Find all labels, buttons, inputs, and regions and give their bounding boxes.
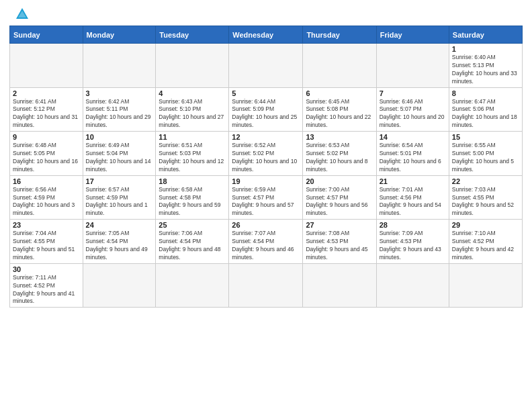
calendar-cell [156,263,229,308]
day-number: 11 [159,133,226,141]
calendar-week-4: 16Sunrise: 6:56 AM Sunset: 4:59 PM Dayli… [10,175,523,220]
calendar-cell: 25Sunrise: 7:06 AM Sunset: 4:54 PM Dayli… [156,220,229,264]
day-info: Sunrise: 6:56 AM Sunset: 4:59 PM Dayligh… [13,186,80,218]
day-info: Sunrise: 6:47 AM Sunset: 5:06 PM Dayligh… [452,98,519,130]
calendar-cell: 23Sunrise: 7:04 AM Sunset: 4:55 PM Dayli… [10,220,83,264]
calendar-cell: 18Sunrise: 6:58 AM Sunset: 4:58 PM Dayli… [156,175,229,220]
day-info: Sunrise: 7:00 AM Sunset: 4:57 PM Dayligh… [306,186,373,218]
day-info: Sunrise: 6:57 AM Sunset: 4:59 PM Dayligh… [86,186,153,218]
day-info: Sunrise: 6:54 AM Sunset: 5:01 PM Dayligh… [380,142,446,174]
day-info: Sunrise: 7:09 AM Sunset: 4:53 PM Dayligh… [380,230,446,262]
day-number: 6 [306,89,373,97]
calendar-cell: 29Sunrise: 7:10 AM Sunset: 4:52 PM Dayli… [449,220,522,264]
calendar-cell: 3Sunrise: 6:42 AM Sunset: 5:11 PM Daylig… [83,87,156,132]
day-number: 26 [232,221,300,229]
calendar-cell: 5Sunrise: 6:44 AM Sunset: 5:09 PM Daylig… [229,87,303,132]
day-info: Sunrise: 6:48 AM Sunset: 5:05 PM Dayligh… [13,142,80,174]
calendar-cell [303,263,376,308]
calendar-header-friday: Friday [376,26,449,44]
calendar-cell [83,263,156,308]
day-number: 22 [452,177,519,185]
day-info: Sunrise: 6:44 AM Sunset: 5:09 PM Dayligh… [232,98,300,130]
calendar-cell: 4Sunrise: 6:43 AM Sunset: 5:10 PM Daylig… [156,87,229,132]
day-info: Sunrise: 6:59 AM Sunset: 4:57 PM Dayligh… [232,186,300,218]
calendar-cell: 12Sunrise: 6:52 AM Sunset: 5:02 PM Dayli… [229,132,303,176]
day-number: 7 [380,89,446,97]
calendar-week-6: 30Sunrise: 7:11 AM Sunset: 4:52 PM Dayli… [10,263,523,308]
day-info: Sunrise: 7:08 AM Sunset: 4:53 PM Dayligh… [306,230,373,262]
day-number: 29 [452,221,519,229]
calendar-cell: 26Sunrise: 7:07 AM Sunset: 4:54 PM Dayli… [229,220,303,264]
calendar-cell: 27Sunrise: 7:08 AM Sunset: 4:53 PM Dayli… [303,220,376,264]
day-number: 20 [306,177,373,185]
day-number: 13 [306,133,373,141]
day-number: 19 [232,177,300,185]
calendar-header-sunday: Sunday [10,26,83,44]
day-number: 21 [380,177,446,185]
day-number: 5 [232,89,300,97]
day-info: Sunrise: 6:42 AM Sunset: 5:11 PM Dayligh… [86,98,153,130]
calendar-header-tuesday: Tuesday [156,26,229,44]
calendar-cell: 2Sunrise: 6:41 AM Sunset: 5:12 PM Daylig… [10,87,83,132]
calendar-cell: 19Sunrise: 6:59 AM Sunset: 4:57 PM Dayli… [229,175,303,220]
header [9,7,523,21]
page: SundayMondayTuesdayWednesdayThursdayFrid… [0,0,532,411]
day-number: 30 [13,265,80,273]
calendar-week-1: 1Sunrise: 6:40 AM Sunset: 5:13 PM Daylig… [10,44,523,88]
calendar-cell: 21Sunrise: 7:01 AM Sunset: 4:56 PM Dayli… [376,175,449,220]
calendar-cell: 16Sunrise: 6:56 AM Sunset: 4:59 PM Dayli… [10,175,83,220]
calendar-cell [229,44,303,88]
day-info: Sunrise: 6:41 AM Sunset: 5:12 PM Dayligh… [13,98,80,130]
day-number: 15 [452,133,519,141]
day-number: 3 [86,89,153,97]
calendar-header-monday: Monday [83,26,156,44]
calendar-cell: 1Sunrise: 6:40 AM Sunset: 5:13 PM Daylig… [449,44,522,88]
day-number: 24 [86,221,153,229]
day-number: 17 [86,177,153,185]
calendar-cell [156,44,229,88]
day-info: Sunrise: 7:07 AM Sunset: 4:54 PM Dayligh… [232,230,300,262]
calendar-week-5: 23Sunrise: 7:04 AM Sunset: 4:55 PM Dayli… [10,220,523,264]
calendar-header-saturday: Saturday [449,26,522,44]
calendar-cell: 7Sunrise: 6:46 AM Sunset: 5:07 PM Daylig… [376,87,449,132]
calendar-cell [303,44,376,88]
logo [9,7,30,21]
day-number: 10 [86,133,153,141]
calendar-cell [376,44,449,88]
calendar-cell [449,263,522,308]
calendar-cell: 8Sunrise: 6:47 AM Sunset: 5:06 PM Daylig… [449,87,522,132]
calendar-cell: 14Sunrise: 6:54 AM Sunset: 5:01 PM Dayli… [376,132,449,176]
day-info: Sunrise: 6:43 AM Sunset: 5:10 PM Dayligh… [159,98,226,130]
day-info: Sunrise: 6:40 AM Sunset: 5:13 PM Dayligh… [452,54,519,86]
day-info: Sunrise: 7:01 AM Sunset: 4:56 PM Dayligh… [380,186,446,218]
calendar-cell: 17Sunrise: 6:57 AM Sunset: 4:59 PM Dayli… [83,175,156,220]
calendar-week-3: 9Sunrise: 6:48 AM Sunset: 5:05 PM Daylig… [10,132,523,176]
day-info: Sunrise: 6:49 AM Sunset: 5:04 PM Dayligh… [86,142,153,174]
day-info: Sunrise: 6:46 AM Sunset: 5:07 PM Dayligh… [380,98,446,130]
day-info: Sunrise: 7:06 AM Sunset: 4:54 PM Dayligh… [159,230,226,262]
day-number: 1 [452,45,519,53]
day-number: 2 [13,89,80,97]
day-number: 27 [306,221,373,229]
day-info: Sunrise: 6:53 AM Sunset: 5:02 PM Dayligh… [306,142,373,174]
calendar-header-row: SundayMondayTuesdayWednesdayThursdayFrid… [10,26,523,44]
calendar-cell [83,44,156,88]
calendar-cell [10,44,83,88]
day-number: 4 [159,89,226,97]
day-number: 16 [13,177,80,185]
day-number: 28 [380,221,446,229]
calendar-header-thursday: Thursday [303,26,376,44]
day-number: 12 [232,133,300,141]
calendar-cell [376,263,449,308]
calendar-cell: 15Sunrise: 6:55 AM Sunset: 5:00 PM Dayli… [449,132,522,176]
day-info: Sunrise: 6:45 AM Sunset: 5:08 PM Dayligh… [306,98,373,130]
calendar-week-2: 2Sunrise: 6:41 AM Sunset: 5:12 PM Daylig… [10,87,523,132]
day-info: Sunrise: 7:04 AM Sunset: 4:55 PM Dayligh… [13,230,80,262]
calendar-cell: 20Sunrise: 7:00 AM Sunset: 4:57 PM Dayli… [303,175,376,220]
calendar-cell: 22Sunrise: 7:03 AM Sunset: 4:55 PM Dayli… [449,175,522,220]
calendar-cell: 11Sunrise: 6:51 AM Sunset: 5:03 PM Dayli… [156,132,229,176]
calendar: SundayMondayTuesdayWednesdayThursdayFrid… [9,26,523,308]
calendar-cell: 30Sunrise: 7:11 AM Sunset: 4:52 PM Dayli… [10,263,83,308]
day-info: Sunrise: 7:05 AM Sunset: 4:54 PM Dayligh… [86,230,153,262]
calendar-cell: 28Sunrise: 7:09 AM Sunset: 4:53 PM Dayli… [376,220,449,264]
